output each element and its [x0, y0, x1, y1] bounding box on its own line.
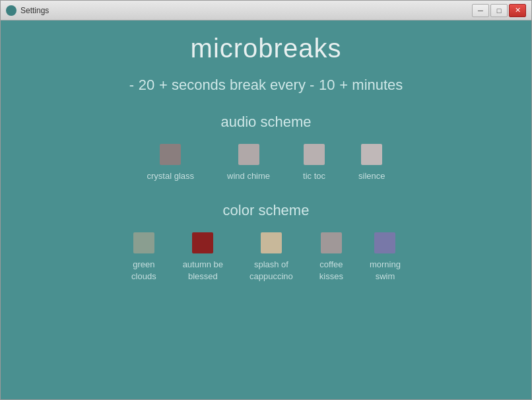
audio-scheme-item-2[interactable]: tic toc — [303, 144, 325, 182]
color-scheme-item-1[interactable]: autumn beblessed — [183, 232, 223, 283]
color-swatch-3 — [321, 232, 342, 253]
app-title: microbreaks — [191, 34, 342, 63]
break-prefix: - — [129, 77, 134, 94]
color-swatch-4 — [374, 232, 395, 253]
title-bar: Settings ─ □ ✕ — [1, 1, 531, 20]
color-scheme-item-4[interactable]: morningswim — [370, 232, 401, 283]
color-scheme-title: color scheme — [223, 202, 310, 219]
audio-label-3: silence — [358, 170, 385, 182]
audio-label-2: tic toc — [303, 170, 325, 182]
audio-swatch-2 — [304, 144, 325, 165]
break-middle-text: + seconds break every - — [159, 77, 314, 94]
audio-scheme-item-3[interactable]: silence — [358, 144, 385, 182]
window-icon — [6, 5, 17, 16]
color-label-2: splash ofcappuccino — [249, 259, 293, 283]
color-label-0: greenclouds — [131, 259, 156, 283]
color-scheme-item-3[interactable]: coffeekisses — [319, 232, 343, 283]
audio-scheme-row: crystal glass wind chime tic toc silence — [147, 144, 385, 182]
break-suffix: + minutes — [339, 77, 403, 94]
settings-window: Settings ─ □ ✕ microbreaks - 20 + second… — [0, 0, 532, 400]
color-label-1: autumn beblessed — [183, 259, 223, 283]
audio-scheme-item-1[interactable]: wind chime — [227, 144, 270, 182]
minutes-value: 10 — [317, 77, 337, 94]
minimize-button[interactable]: ─ — [472, 4, 489, 17]
audio-label-1: wind chime — [227, 170, 270, 182]
color-label-3: coffeekisses — [319, 259, 343, 283]
color-scheme-row: greenclouds autumn beblessed splash ofca… — [131, 232, 401, 283]
audio-scheme-item-0[interactable]: crystal glass — [147, 144, 195, 182]
seconds-value: 20 — [137, 77, 156, 94]
window-controls: ─ □ ✕ — [472, 4, 526, 17]
color-swatch-0 — [133, 232, 154, 253]
break-settings-row: - 20 + seconds break every - 10 + minute… — [129, 77, 403, 94]
close-button[interactable]: ✕ — [509, 4, 526, 17]
color-label-4: morningswim — [370, 259, 401, 283]
maximize-button[interactable]: □ — [490, 4, 508, 17]
audio-label-0: crystal glass — [147, 170, 195, 182]
color-swatch-1 — [192, 232, 213, 253]
color-scheme-item-2[interactable]: splash ofcappuccino — [249, 232, 293, 283]
color-swatch-2 — [261, 232, 282, 253]
audio-scheme-title: audio scheme — [221, 114, 312, 131]
main-content: microbreaks - 20 + seconds break every -… — [1, 20, 531, 399]
color-scheme-item-0[interactable]: greenclouds — [131, 232, 156, 283]
window-title: Settings — [20, 6, 472, 15]
audio-swatch-3 — [361, 144, 382, 165]
audio-swatch-0 — [160, 144, 181, 165]
audio-swatch-1 — [238, 144, 259, 165]
